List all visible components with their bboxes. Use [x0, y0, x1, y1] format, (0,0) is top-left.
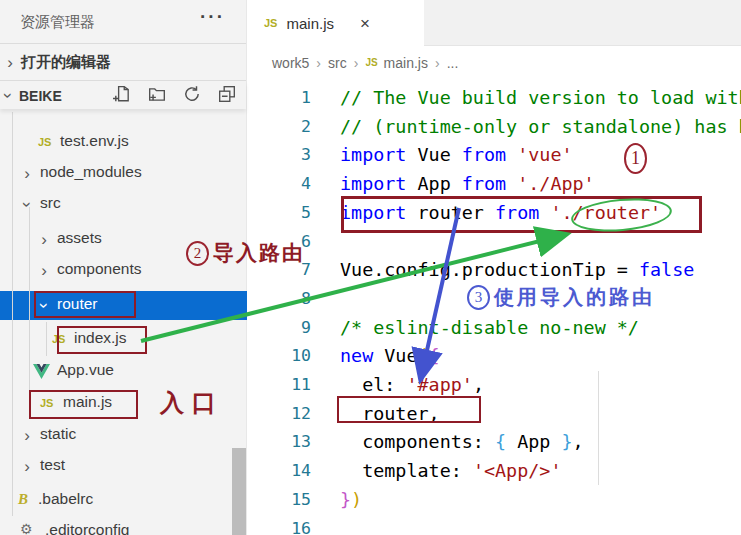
collapse-all-icon[interactable]: [218, 85, 236, 103]
vue-icon: [33, 364, 50, 383]
code-line-3[interactable]: 3import Vue from 'vue': [247, 140, 741, 169]
refresh-icon[interactable]: [183, 85, 201, 103]
code-line-1[interactable]: 1// The Vue build version to load with t…: [247, 83, 741, 112]
chevron-down-icon: ›: [0, 89, 17, 103]
code-line-10[interactable]: 10new Vue({: [247, 341, 741, 370]
code-line-13[interactable]: 13 components: { App },: [247, 427, 741, 456]
tree-item-components[interactable]: ›components: [0, 256, 247, 285]
tree-item-index-js[interactable]: JSindex.js: [0, 325, 247, 354]
line-number: 4: [247, 174, 311, 193]
folder-name: BEIKE: [19, 88, 62, 104]
code-text: }): [340, 489, 362, 510]
code-line-14[interactable]: 14 template: '<App/>': [247, 456, 741, 485]
js-icon: JS: [52, 333, 65, 345]
code-text: template: '<App/>': [340, 460, 561, 481]
chevron-right-icon: ›: [20, 165, 34, 182]
babel-icon: B: [18, 491, 28, 508]
code-line-6[interactable]: 6: [247, 227, 741, 256]
tree-item-label: src: [40, 194, 61, 212]
new-folder-icon[interactable]: [148, 85, 166, 103]
folder-section-header[interactable]: › BEIKE: [0, 82, 246, 109]
chevron-right-icon: ›: [37, 231, 51, 248]
line-number: 12: [247, 404, 311, 423]
explorer-sidebar: 资源管理器 ··· › 打开的编辑器 › BEIKE JStest.env.js…: [0, 0, 247, 535]
breadcrumb-item-mainjs[interactable]: main.js: [384, 55, 428, 71]
chevron-right-icon: ›: [435, 55, 440, 71]
line-number: 9: [247, 318, 311, 337]
indent-guide: [12, 112, 13, 516]
tree-item-label: main.js: [63, 393, 112, 411]
line-number: 6: [247, 232, 311, 251]
code-line-5[interactable]: 5import router from './router': [247, 198, 741, 227]
code-text: Vue.config.productionTip = false: [340, 259, 694, 280]
tree-item-node-modules[interactable]: ›node_modules: [0, 159, 247, 188]
tree-item-babelrc[interactable]: B.babelrc: [0, 486, 247, 515]
chevron-down-icon: ›: [36, 299, 53, 313]
editor-area: JS main.js × work5›src›JSmain.js›... 1//…: [247, 0, 741, 535]
code-line-7[interactable]: 7Vue.config.productionTip = false: [247, 255, 741, 284]
code-line-11[interactable]: 11 el: '#app',: [247, 370, 741, 399]
tree-item-static[interactable]: ›static: [0, 421, 247, 450]
gear-icon: ⚙: [20, 521, 33, 535]
tree-item-label: components: [57, 260, 141, 278]
code-line-8[interactable]: 8: [247, 284, 741, 313]
open-editors-label: 打开的编辑器: [21, 53, 111, 72]
tree-item-main-js[interactable]: JSmain.js: [0, 389, 247, 418]
tree-item-assets[interactable]: ›assets: [0, 225, 247, 254]
chevron-right-icon: ›: [354, 55, 359, 71]
open-editors-section[interactable]: › 打开的编辑器: [0, 43, 246, 81]
line-number: 8: [247, 289, 311, 308]
tree-item-label: index.js: [74, 329, 127, 347]
code-line-16[interactable]: 16: [247, 514, 741, 535]
code-text: components: { App },: [340, 431, 584, 452]
code-text: router,: [340, 403, 440, 424]
tree-item-router[interactable]: ›router: [0, 291, 247, 320]
code-text: /* eslint-disable no-new */: [340, 317, 639, 338]
js-icon: JS: [38, 136, 51, 148]
tree-item-label: node_modules: [40, 163, 142, 181]
js-icon: JS: [365, 57, 377, 68]
line-number: 1: [247, 88, 311, 107]
breadcrumb: work5›src›JSmain.js›...: [247, 46, 741, 79]
chevron-right-icon: ›: [3, 54, 17, 71]
code-text: new Vue({: [340, 345, 440, 366]
code-line-4[interactable]: 4import App from './App': [247, 169, 741, 198]
chevron-right-icon: ›: [20, 427, 34, 444]
sidebar-scrollbar[interactable]: [232, 448, 246, 535]
indent-guide: [46, 322, 47, 356]
chevron-right-icon: ›: [316, 55, 321, 71]
breadcrumb-item-src[interactable]: src: [328, 55, 347, 71]
tab-main-js[interactable]: JS main.js ×: [247, 0, 424, 46]
code-text: import router from './router': [340, 202, 661, 223]
tree-item-test[interactable]: ›test: [0, 452, 247, 481]
code-line-9[interactable]: 9/* eslint-disable no-new */: [247, 313, 741, 342]
code-line-2[interactable]: 2// (runtime-only or standalone) has bee…: [247, 112, 741, 141]
tree-item-editorconfig[interactable]: ⚙.editorconfig: [0, 517, 247, 535]
code-line-15[interactable]: 15}): [247, 485, 741, 514]
tree-item-label: .editorconfig: [45, 521, 129, 535]
code-line-12[interactable]: 12 router,: [247, 399, 741, 428]
line-number: 14: [247, 461, 311, 480]
tree-item-test-env-js[interactable]: JStest.env.js: [0, 128, 247, 157]
tree-item-src[interactable]: ›src: [0, 190, 247, 219]
tree-item-label: test: [40, 456, 65, 474]
chevron-down-icon: ›: [19, 198, 36, 212]
breadcrumb-item-[interactable]: ...: [447, 55, 459, 71]
js-file-icon: JS: [264, 17, 277, 29]
line-number: 11: [247, 375, 311, 394]
breadcrumb-item-work5[interactable]: work5: [272, 55, 309, 71]
more-actions-icon[interactable]: ···: [200, 6, 225, 28]
tree-item-app-vue[interactable]: App.vue: [0, 357, 247, 386]
code-text: // The Vue build version to load with th…: [340, 87, 741, 108]
js-icon: JS: [40, 397, 53, 409]
vscode-window: 资源管理器 ··· › 打开的编辑器 › BEIKE JStest.env.js…: [0, 0, 741, 535]
new-file-icon[interactable]: [113, 85, 131, 103]
close-icon[interactable]: ×: [360, 15, 370, 32]
line-number: 7: [247, 260, 311, 279]
line-number: 10: [247, 346, 311, 365]
line-number: 3: [247, 145, 311, 164]
explorer-title: 资源管理器: [20, 13, 95, 32]
line-number: 13: [247, 432, 311, 451]
tab-title: main.js: [286, 15, 334, 32]
line-number: 2: [247, 117, 311, 136]
